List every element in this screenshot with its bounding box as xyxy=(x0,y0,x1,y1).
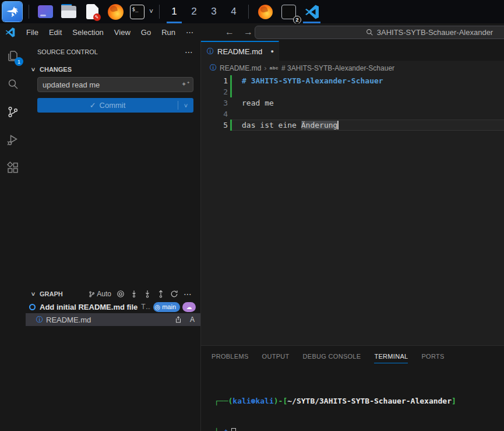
terminal-output[interactable]: ┌──(kali⊛kali)-[~/SYTB/3AHITS-SYTB-Schau… xyxy=(214,375,499,431)
tab-ports[interactable]: PORTS xyxy=(421,349,444,363)
dirty-dot-icon[interactable]: ● xyxy=(271,48,274,54)
source-control-sidebar: SOURCE CONTROL ⋯ ˅ CHANGES ✦✦ ✓ Commit ˅… xyxy=(26,41,201,431)
firefox-launcher-button[interactable] xyxy=(105,2,125,22)
vscode-titlebar: File Edit Selection View Go Run ⋯ ← → 3A… xyxy=(0,23,504,41)
display-app-button[interactable] xyxy=(36,2,55,22)
source-control-icon[interactable] xyxy=(5,104,21,120)
nav-back-icon[interactable]: ← xyxy=(220,27,239,37)
gutter-added-bar xyxy=(230,86,232,97)
menu-overflow[interactable]: ⋯ xyxy=(181,26,199,38)
graph-auto-toggle[interactable]: Auto xyxy=(88,290,111,298)
chevron-down-icon: ˅ xyxy=(29,290,37,297)
menu-file[interactable]: File xyxy=(21,26,44,38)
tab-debug-console[interactable]: DEBUG CONSOLE xyxy=(303,349,361,363)
terminal-prompt-line1: ┌──(kali⊛kali)-[~/SYTB/3AHITS-SYTB-Schau… xyxy=(214,396,499,407)
editor-group: ⓘ README.md ● ⓘ README.md › abc # 3AHITS… xyxy=(201,41,504,345)
firefox-running-button[interactable] xyxy=(255,2,275,22)
explorer-icon[interactable]: 1 xyxy=(5,48,21,64)
word-highlight: Änderung xyxy=(301,121,338,129)
changes-section-header[interactable]: ˅ CHANGES xyxy=(29,63,197,76)
extensions-icon[interactable] xyxy=(5,160,21,176)
file-manager-button[interactable] xyxy=(59,2,79,22)
code-area[interactable]: 1 # 3AHITS-SYTB-Alexander-Schauer 2 3 re… xyxy=(201,75,504,345)
terminal-prompt-line2: └─$ xyxy=(214,428,499,431)
line-number: 2 xyxy=(201,87,228,96)
firefox-icon xyxy=(108,4,124,20)
line-number: 1 xyxy=(201,76,228,85)
folder-icon xyxy=(61,6,76,18)
commit-button[interactable]: ✓ Commit ˅ xyxy=(37,98,193,113)
commit-meta: T… xyxy=(141,303,150,311)
workspace-label: 4 xyxy=(231,6,236,17)
vscode-running-button[interactable] xyxy=(302,0,322,23)
sidebar-more-actions-icon[interactable]: ⋯ xyxy=(185,47,193,57)
kali-dragon-icon xyxy=(5,5,19,19)
line-number: 4 xyxy=(201,110,228,118)
command-center-text: 3AHITS-SYTB-Schauer-Alexander xyxy=(377,28,493,37)
workspace-button-4[interactable]: 4 xyxy=(225,0,242,23)
kali-menu-button[interactable] xyxy=(2,2,22,22)
auto-label: Auto xyxy=(97,290,111,298)
menu-selection[interactable]: Selection xyxy=(67,26,108,38)
changes-label: CHANGES xyxy=(40,66,72,73)
commit-message-input[interactable] xyxy=(37,77,193,92)
open-file-icon[interactable] xyxy=(174,316,182,324)
cloud-icon: ☁ xyxy=(186,304,192,310)
breadcrumb-separator: › xyxy=(264,64,266,72)
remote-badge: ☁ xyxy=(182,302,196,312)
terminal-launcher-button[interactable]: $_ xyxy=(129,2,145,22)
gutter-added-bar xyxy=(230,120,232,131)
graph-label: GRAPH xyxy=(40,290,63,297)
code-text: read me xyxy=(242,99,274,107)
workspace-button-3[interactable]: 3 xyxy=(205,0,223,23)
commit-message: Add initial README.md file xyxy=(40,303,138,311)
search-icon[interactable] xyxy=(5,76,21,92)
explorer-badge: 1 xyxy=(15,57,23,66)
command-center-search[interactable]: 3AHITS-SYTB-Schauer-Alexander xyxy=(255,26,504,39)
tab-terminal[interactable]: TERMINAL xyxy=(374,349,408,363)
info-icon: ⓘ xyxy=(210,63,217,73)
commit-button-label: Commit xyxy=(100,101,126,110)
run-debug-icon[interactable] xyxy=(5,132,21,148)
window-count-badge: 2 xyxy=(293,16,301,24)
menu-run[interactable]: Run xyxy=(156,26,181,38)
activity-bar: 1 xyxy=(0,41,26,431)
graph-target-icon[interactable] xyxy=(117,290,125,298)
vscode-logo-icon xyxy=(5,27,15,37)
terminal-dropdown-chevron-icon[interactable]: ˅ xyxy=(149,8,153,16)
sidebar-title: SOURCE CONTROL xyxy=(37,48,98,55)
refresh-icon[interactable] xyxy=(170,290,178,298)
commit-node-icon xyxy=(29,304,36,310)
menu-edit[interactable]: Edit xyxy=(44,26,67,38)
fetch-icon[interactable] xyxy=(130,290,138,298)
file-status-added: A xyxy=(190,316,195,324)
workspace-button-1[interactable]: 1 xyxy=(165,0,183,23)
tab-output[interactable]: OUTPUT xyxy=(262,349,290,363)
tab-problems[interactable]: PROBLEMS xyxy=(212,349,249,363)
symbol-text-icon: abc xyxy=(270,65,279,71)
terminal-icon: $_ xyxy=(130,5,144,19)
menu-go[interactable]: Go xyxy=(136,26,156,38)
branch-name: main xyxy=(162,303,176,310)
graph-commit-row[interactable]: Add initial README.md file T… ◎ main ☁ xyxy=(26,300,200,313)
taskbar-separator xyxy=(159,5,160,19)
editor-tabbar: ⓘ README.md ● xyxy=(201,41,504,61)
breadcrumb-file[interactable]: README.md xyxy=(220,64,261,72)
text-editor-button[interactable]: ✎ xyxy=(82,2,102,22)
push-icon[interactable] xyxy=(157,290,165,298)
tab-readme[interactable]: ⓘ README.md ● xyxy=(201,41,279,61)
terminal-running-button[interactable]: 2 xyxy=(279,2,298,22)
commit-dropdown-chevron-icon[interactable]: ˅ xyxy=(178,102,193,109)
graph-more-actions-icon[interactable]: ⋯ xyxy=(184,289,192,299)
graph-file-row[interactable]: ⓘ README.md A xyxy=(26,313,200,326)
graph-section-header[interactable]: ˅ GRAPH Auto xyxy=(29,288,197,300)
pull-icon[interactable] xyxy=(143,290,151,298)
check-icon: ✓ xyxy=(90,101,96,110)
menu-view[interactable]: View xyxy=(109,26,136,38)
terminal-cursor xyxy=(231,428,236,431)
sparkle-ai-icon[interactable]: ✦✦ xyxy=(181,80,190,88)
breadcrumb-symbol[interactable]: # 3AHITS-SYTB-Alexander-Schauer xyxy=(281,64,394,72)
firefox-icon xyxy=(258,5,273,19)
display-window-icon xyxy=(38,5,53,18)
workspace-button-2[interactable]: 2 xyxy=(185,0,203,23)
